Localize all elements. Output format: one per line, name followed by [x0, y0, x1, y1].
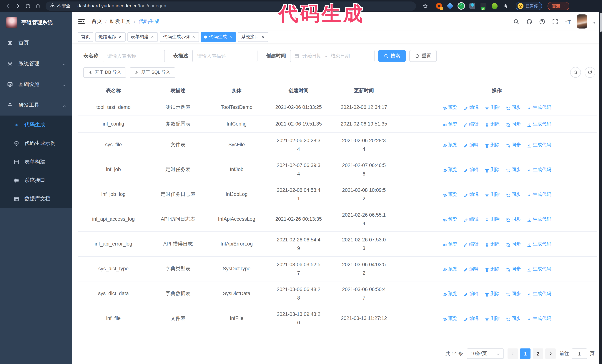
table-desc-input[interactable] [192, 50, 258, 62]
action-edit[interactable]: 编辑 [463, 141, 479, 149]
user-avatar[interactable] [577, 14, 587, 29]
chrome-update-button[interactable]: 更新 [548, 2, 570, 10]
action-sync[interactable]: 同步 [506, 215, 521, 224]
bookmark-star-icon[interactable] [421, 2, 429, 10]
sidebar-item[interactable]: 系统管理 [0, 53, 72, 74]
table-name-input[interactable] [102, 50, 165, 62]
action-delete[interactable]: 删除 [484, 120, 500, 128]
reset-button[interactable]: 重置 [409, 50, 437, 62]
import-sql-button[interactable]: 基于 SQL 导入 [130, 67, 175, 78]
page-size-select[interactable]: 10条/页 [467, 348, 504, 359]
sidebar-subitem[interactable]: 系统接口 [0, 171, 72, 190]
collapse-sidebar-icon[interactable] [78, 18, 85, 25]
action-sync[interactable]: 同步 [506, 166, 521, 174]
action-generate-code[interactable]: 生成代码 [527, 103, 551, 112]
action-edit[interactable]: 编辑 [463, 103, 479, 112]
extension-on-icon[interactable] [481, 3, 486, 9]
tag-view[interactable]: 代码生成示例 [160, 32, 199, 42]
action-generate-code[interactable]: 生成代码 [527, 215, 551, 224]
action-delete[interactable]: 删除 [484, 103, 500, 112]
action-preview[interactable]: 预览 [442, 290, 458, 298]
action-generate-code[interactable]: 生成代码 [527, 141, 551, 149]
sidebar-subitem[interactable]: 代码生成示例 [0, 134, 72, 153]
action-edit[interactable]: 编辑 [463, 240, 479, 249]
action-sync[interactable]: 同步 [506, 290, 521, 298]
search-button[interactable]: 搜索 [378, 50, 406, 62]
forward-icon[interactable] [14, 2, 22, 10]
action-generate-code[interactable]: 生成代码 [527, 190, 551, 199]
action-preview[interactable]: 预览 [442, 103, 458, 112]
action-preview[interactable]: 预览 [442, 190, 458, 199]
extension-green-icon[interactable] [492, 3, 497, 9]
action-sync[interactable]: 同步 [506, 314, 521, 323]
tag-view[interactable]: 系统接口 [238, 32, 268, 42]
action-delete[interactable]: 删除 [484, 190, 500, 199]
breadcrumb-item[interactable]: 研发工具 [110, 18, 130, 25]
action-delete[interactable]: 删除 [484, 240, 500, 249]
scrollbar-thumb[interactable] [600, 13, 602, 32]
close-icon[interactable] [150, 35, 154, 39]
action-preview[interactable]: 预览 [442, 240, 458, 249]
sidebar-item[interactable]: 首页 [0, 32, 72, 53]
close-icon[interactable] [118, 35, 122, 39]
action-delete[interactable]: 删除 [484, 141, 500, 149]
action-preview[interactable]: 预览 [442, 314, 458, 323]
action-delete[interactable]: 删除 [484, 290, 500, 298]
close-icon[interactable] [261, 35, 265, 39]
action-sync[interactable]: 同步 [506, 265, 521, 273]
breadcrumb-item[interactable]: 首页 [92, 18, 102, 25]
action-generate-code[interactable]: 生成代码 [527, 290, 551, 298]
profile-paused-badge[interactable]: 已暂停 [516, 2, 542, 10]
goto-page-input[interactable] [572, 348, 587, 359]
extension-check-icon[interactable] [458, 3, 464, 9]
next-page-button[interactable] [545, 348, 556, 359]
prev-page-button[interactable] [507, 348, 518, 359]
security-status[interactable]: 不安全 [50, 3, 70, 9]
fullscreen-icon[interactable] [551, 18, 559, 25]
font-size-icon[interactable]: TT [564, 18, 572, 25]
puzzle-icon[interactable] [503, 3, 509, 9]
extension-orange-icon[interactable] [436, 3, 442, 9]
action-preview[interactable]: 预览 [442, 265, 458, 273]
back-icon[interactable] [4, 2, 12, 10]
close-icon[interactable] [229, 35, 233, 39]
extension-diamond-icon[interactable] [447, 3, 453, 9]
action-delete[interactable]: 删除 [484, 166, 500, 174]
page-button-1[interactable]: 1 [520, 348, 530, 359]
close-icon[interactable] [192, 35, 196, 39]
reload-icon[interactable] [24, 2, 32, 10]
import-db-button[interactable]: 基于 DB 导入 [83, 67, 126, 78]
action-sync[interactable]: 同步 [506, 240, 521, 249]
tag-view[interactable]: 表单构建 [128, 32, 158, 42]
user-menu-caret-icon[interactable] [592, 20, 596, 23]
action-edit[interactable]: 编辑 [463, 314, 479, 323]
action-edit[interactable]: 编辑 [463, 166, 479, 174]
action-preview[interactable]: 预览 [442, 215, 458, 224]
tag-view[interactable]: 首页 [78, 32, 93, 42]
action-sync[interactable]: 同步 [506, 190, 521, 199]
action-sync[interactable]: 同步 [506, 103, 521, 112]
refresh-table-button[interactable] [585, 67, 595, 78]
action-preview[interactable]: 预览 [442, 120, 458, 128]
scrollbar[interactable] [599, 12, 602, 364]
action-generate-code[interactable]: 生成代码 [527, 265, 551, 273]
action-generate-code[interactable]: 生成代码 [527, 166, 551, 174]
date-range-picker[interactable]: 开始日期 - 结束日期 [290, 50, 375, 62]
action-preview[interactable]: 预览 [442, 166, 458, 174]
search-icon[interactable] [512, 18, 520, 25]
sidebar-item[interactable]: 基础设施 [0, 74, 72, 95]
sidebar-subitem[interactable]: 数据库文档 [0, 190, 72, 208]
toggle-search-button[interactable] [570, 67, 581, 78]
sidebar-subitem[interactable]: 表单构建 [0, 153, 72, 171]
sidebar-subitem[interactable]: 代码生成 [0, 115, 72, 134]
action-sync[interactable]: 同步 [506, 120, 521, 128]
help-icon[interactable] [538, 18, 546, 25]
action-edit[interactable]: 编辑 [463, 190, 479, 199]
sidebar-item[interactable]: 研发工具 [0, 95, 72, 115]
action-sync[interactable]: 同步 [506, 141, 521, 149]
app-logo-row[interactable]: 芋道管理系统 [0, 12, 72, 32]
github-icon[interactable] [525, 18, 533, 25]
tag-view[interactable]: 代码生成 [201, 32, 236, 42]
extension-grid-icon[interactable] [469, 3, 475, 9]
action-generate-code[interactable]: 生成代码 [527, 240, 551, 249]
